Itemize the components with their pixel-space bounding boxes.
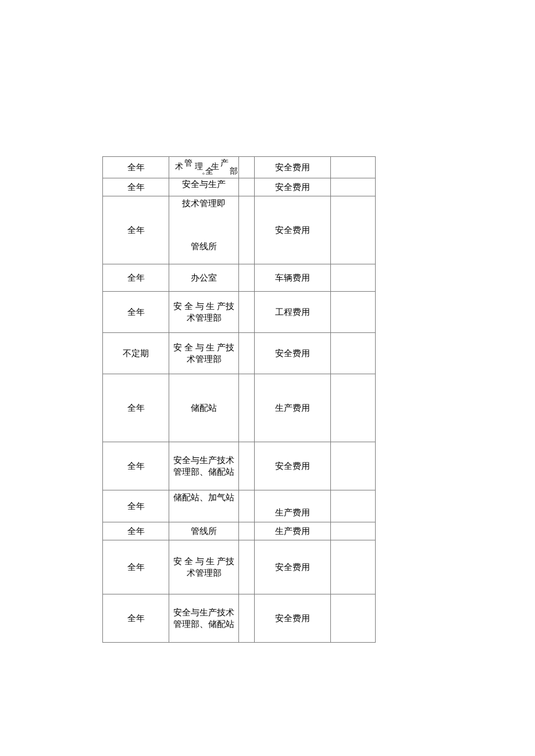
table-row: 全年 储配站、加气站 生产费用: [103, 490, 376, 522]
table-row: 全年 技术管理即 管线所 安全费用: [103, 196, 376, 264]
cell-empty: [239, 594, 255, 643]
cell-dept: 安全与生产技术管理部、储配站: [169, 442, 239, 490]
cell-period: 全年: [103, 292, 169, 333]
cramped-text: 术 管 理 全 。 生 产 部: [172, 158, 236, 177]
cell-empty: [331, 157, 376, 178]
cell-dept: 管线所: [169, 522, 239, 540]
cell-empty: [331, 292, 376, 333]
cell-cost: 安全费用: [255, 157, 331, 178]
cell-empty: [239, 292, 255, 333]
cell-period: 全年: [103, 374, 169, 442]
cell-empty: [331, 540, 376, 594]
table-row: 全年 安 全 与 生 产技术管理部 工程费用: [103, 292, 376, 333]
cell-empty: [239, 490, 255, 522]
cell-empty: [331, 442, 376, 490]
cell-dept: 办公室: [169, 264, 239, 292]
cell-dept: 技术管理即 管线所: [169, 196, 239, 264]
cell-period: 全年: [103, 442, 169, 490]
cell-dept-bot: 管线所: [169, 241, 238, 264]
cell-empty: [239, 442, 255, 490]
table-container: 全年 术 管 理 全 。 生 产 部 安全费用: [102, 156, 375, 643]
cell-cost: 安全费用: [255, 540, 331, 594]
cell-period: 不定期: [103, 333, 169, 374]
cell-period: 全年: [103, 157, 169, 178]
cell-empty: [239, 264, 255, 292]
char: 部: [230, 166, 238, 177]
cell-empty: [331, 594, 376, 643]
cell-empty: [331, 196, 376, 264]
char: 产: [220, 158, 229, 169]
cell-dept: 安全与生产: [169, 178, 239, 196]
cell-dept: 安全与生产技术管理部、储配站: [169, 594, 239, 643]
cell-empty: [331, 178, 376, 196]
char: 。: [202, 166, 210, 177]
cell-period: 全年: [103, 178, 169, 196]
table-row: 全年 安 全 与 生 产技术管理部 安全费用: [103, 540, 376, 594]
cell-cost: 车辆费用: [255, 264, 331, 292]
cell-dept-top: 技术管理即: [169, 196, 238, 209]
cell-cost: 安全费用: [255, 333, 331, 374]
cell-empty: [331, 522, 376, 540]
cell-cost: 安全费用: [255, 594, 331, 643]
table-row: 全年 术 管 理 全 。 生 产 部 安全费用: [103, 157, 376, 178]
cell-empty: [239, 374, 255, 442]
table-row: 全年 安全与生产技术管理部、储配站 安全费用: [103, 594, 376, 643]
cell-dept: 储配站、加气站: [169, 490, 239, 522]
cell-period: 全年: [103, 490, 169, 522]
cell-period: 全年: [103, 196, 169, 264]
cell-cost: 生产费用: [255, 522, 331, 540]
cell-empty: [331, 374, 376, 442]
table-row: 全年 储配站 生产费用: [103, 374, 376, 442]
cell-empty: [239, 178, 255, 196]
cell-dept: 术 管 理 全 。 生 产 部: [169, 157, 239, 178]
cell-cost: 工程费用: [255, 292, 331, 333]
table-row: 全年 安全与生产 安全费用: [103, 178, 376, 196]
char: 管: [184, 158, 192, 169]
cell-empty: [331, 333, 376, 374]
cell-period: 全年: [103, 522, 169, 540]
cell-empty: [239, 196, 255, 264]
cell-empty: [239, 540, 255, 594]
cell-period: 全年: [103, 594, 169, 643]
cell-dept: 安 全 与 生 产技术管理部: [169, 292, 239, 333]
char: 术: [175, 162, 183, 173]
char: 生: [211, 162, 219, 173]
cell-dept: 储配站: [169, 374, 239, 442]
cell-cost: 安全费用: [255, 196, 331, 264]
cell-dept: 安 全 与 生 产技术管理部: [169, 540, 239, 594]
cell-empty: [239, 522, 255, 540]
cell-empty: [239, 333, 255, 374]
cell-cost: 安全费用: [255, 442, 331, 490]
cell-cost: 生产费用: [255, 374, 331, 442]
cell-cost: 生产费用: [255, 490, 331, 522]
cell-empty: [239, 157, 255, 178]
cell-empty: [331, 264, 376, 292]
table-row: 不定期 安 全 与 生 产技术管理部 安全费用: [103, 333, 376, 374]
cell-period: 全年: [103, 540, 169, 594]
table-row: 全年 安全与生产技术管理部、储配站 安全费用: [103, 442, 376, 490]
cell-period: 全年: [103, 264, 169, 292]
main-table: 全年 术 管 理 全 。 生 产 部 安全费用: [102, 156, 376, 643]
cell-cost: 安全费用: [255, 178, 331, 196]
table-row: 全年 管线所 生产费用: [103, 522, 376, 540]
table-row: 全年 办公室 车辆费用: [103, 264, 376, 292]
cell-dept: 安 全 与 生 产技术管理部: [169, 333, 239, 374]
cell-empty: [331, 490, 376, 522]
